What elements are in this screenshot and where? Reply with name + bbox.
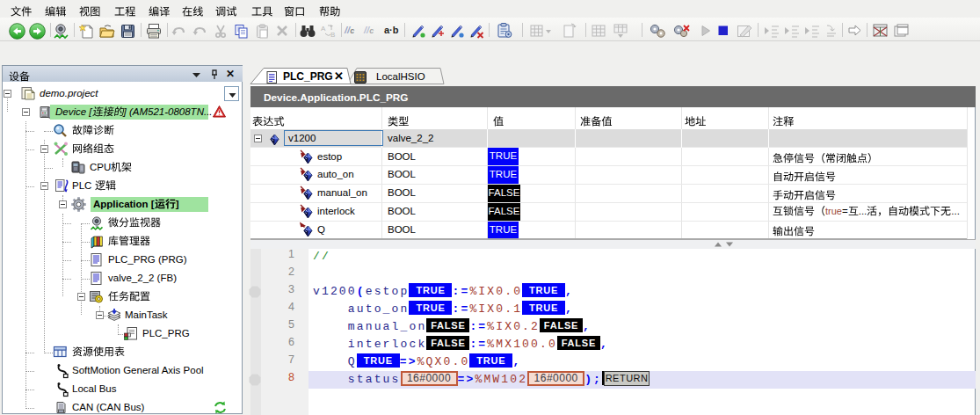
svg-text:B: B <box>330 31 335 39</box>
svg-text:A: A <box>321 25 326 33</box>
